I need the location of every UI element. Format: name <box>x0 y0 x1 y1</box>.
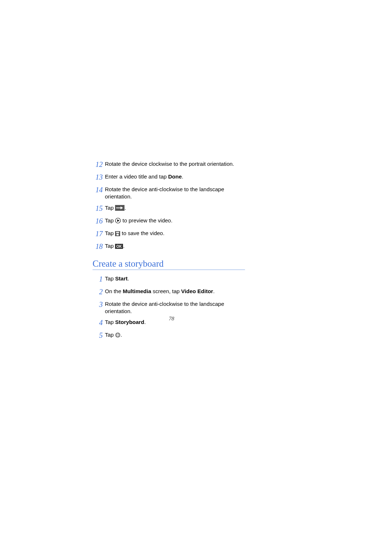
step: 16Tap to preview the video. <box>93 216 245 226</box>
bold-text: Multimedia <box>123 288 151 294</box>
step: 13Enter a video title and tap Done. <box>93 172 245 182</box>
step-text: Tap to save the video. <box>105 229 164 237</box>
step-number: 2 <box>93 287 103 297</box>
step: 17Tap to save the video. <box>93 229 245 239</box>
step: 5Tap . <box>93 331 245 340</box>
arrow-right-box-icon <box>115 205 124 211</box>
step-text: Rotate the device anti-clockwise to the … <box>105 185 245 201</box>
bold-text: Done <box>168 173 182 180</box>
svg-rect-1 <box>116 208 121 208</box>
step-text: Rotate the device anti-clockwise to the … <box>105 300 245 315</box>
bold-text: Video Editor <box>181 288 213 294</box>
step-text: Rotate the device clockwise to the portr… <box>105 160 234 168</box>
step-text: On the Multimedia screen, tap Video Edit… <box>105 287 215 295</box>
step-number: 12 <box>93 160 103 169</box>
bold-text: Start <box>115 275 127 282</box>
step-number: 16 <box>93 216 103 226</box>
step-text: Tap OK. <box>105 242 125 250</box>
step-number: 15 <box>93 204 103 213</box>
step-number: 18 <box>93 242 103 251</box>
svg-rect-7 <box>117 234 119 235</box>
svg-rect-12 <box>116 335 119 336</box>
bold-text: Storyboard <box>115 319 144 325</box>
section-heading: Create a storyboard <box>93 259 245 269</box>
plus-circle-icon <box>115 332 121 338</box>
step: 1Tap Start. <box>93 274 245 284</box>
step-text: Tap to preview the video. <box>105 216 172 224</box>
step-number: 4 <box>93 318 103 328</box>
step: 18Tap OK. <box>93 242 245 251</box>
page: 12Rotate the device clockwise to the por… <box>0 0 392 554</box>
step: 3Rotate the device anti-clockwise to the… <box>93 300 245 315</box>
step-number: 14 <box>93 185 103 195</box>
step-text: Tap Storyboard. <box>105 318 146 326</box>
ok-box-icon: OK <box>115 244 123 249</box>
heading-rule <box>93 270 245 270</box>
step: 14Rotate the device anti-clockwise to th… <box>93 185 245 201</box>
svg-marker-4 <box>117 219 119 222</box>
step: 12Rotate the device clockwise to the por… <box>93 160 245 169</box>
step-text: Tap Start. <box>105 274 129 282</box>
step-text: Tap . <box>105 204 126 212</box>
step: 2On the Multimedia screen, tap Video Edi… <box>93 287 245 297</box>
steps-bottom: 1Tap Start.2On the Multimedia screen, ta… <box>93 274 245 341</box>
step-number: 5 <box>93 331 103 340</box>
step-number: 3 <box>93 300 103 309</box>
step-number: 13 <box>93 172 103 182</box>
page-number: 78 <box>169 316 174 322</box>
save-box-icon <box>115 231 120 236</box>
steps-top: 12Rotate the device clockwise to the por… <box>93 160 245 251</box>
step-number: 17 <box>93 229 103 239</box>
svg-text:OK: OK <box>117 245 122 249</box>
play-circle-icon <box>115 218 121 223</box>
svg-rect-6 <box>116 232 119 233</box>
step: 15Tap . <box>93 204 245 213</box>
step-text: Tap . <box>105 331 122 338</box>
step-number: 1 <box>93 274 103 284</box>
step-text: Enter a video title and tap Done. <box>105 172 183 180</box>
